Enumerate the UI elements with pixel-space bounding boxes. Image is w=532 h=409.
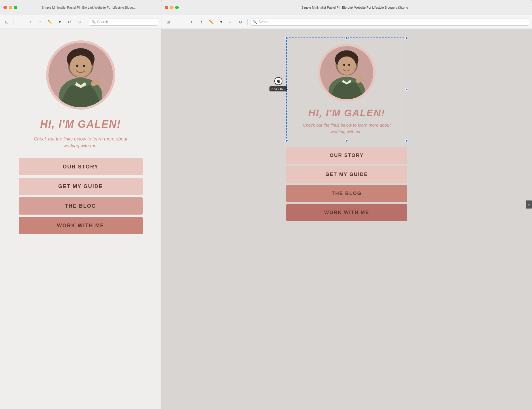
pen-btn-right[interactable]: ✏️ <box>207 18 215 26</box>
search-box-right[interactable]: 🔍 Search <box>250 18 529 26</box>
zoom-out-btn-right[interactable]: − <box>178 18 186 26</box>
share-btn-left[interactable]: ↑ <box>36 18 44 26</box>
main-heading-left: HI, I'M GALEN! <box>40 118 121 130</box>
right-window-title: Simple Minimalist Pastel Pin Bio Link We… <box>181 6 529 9</box>
cursor-icon: ⊕ <box>274 77 282 85</box>
handle-top-right[interactable] <box>405 37 408 40</box>
svg-point-13 <box>348 64 350 66</box>
get-guide-btn-left[interactable]: GET MY GUIDE <box>19 178 143 195</box>
sub-heading-left: Check out the links below to learn more … <box>26 136 135 149</box>
zoom-in-btn-right[interactable]: + <box>188 18 196 26</box>
svg-point-11 <box>337 57 356 75</box>
divider-r1 <box>175 19 175 25</box>
left-window: Simple Minimalist Pastel Pin Bio Link We… <box>0 0 161 409</box>
handle-bottom-right[interactable] <box>405 139 408 142</box>
profile-image-left <box>48 43 113 107</box>
traffic-lights-left <box>3 6 17 9</box>
sub-heading-right: Check out the links below to learn more … <box>301 122 393 135</box>
divider-r2 <box>247 19 248 25</box>
search-icon-left: 🔍 <box>91 20 96 24</box>
minimize-button-left[interactable] <box>9 6 12 9</box>
markup-btn-left[interactable]: ⊙ <box>75 18 83 26</box>
search-icon-right: 🔍 <box>253 20 257 24</box>
svg-point-5 <box>83 65 85 67</box>
selected-element-group[interactable]: ⊕ 873 x 872 HI, I <box>286 37 407 141</box>
zoom-in-btn-left[interactable]: + <box>26 18 34 26</box>
handle-top-left[interactable] <box>285 37 288 40</box>
profile-circle-left <box>46 40 115 110</box>
left-content-area: HI, I'M GALEN! Check out the links below… <box>0 29 161 409</box>
search-placeholder-left: Search <box>97 20 108 24</box>
right-window: Simple Minimalist Pastel Pin Bio Link We… <box>161 0 532 409</box>
divider-1 <box>14 19 14 25</box>
resize-cursor-tooltip: ⊕ 873 x 872 <box>269 77 287 91</box>
search-box-left[interactable]: 🔍 Search <box>89 18 158 26</box>
close-panel-btn[interactable]: ✕ <box>526 200 532 209</box>
pen-dropdown-left[interactable]: ▾ <box>56 18 64 26</box>
svg-point-3 <box>70 55 92 77</box>
divider-2 <box>86 19 86 25</box>
handle-top-center[interactable] <box>345 37 348 40</box>
toolbar-left: ⊞ − + ↑ ✏️ ▾ ↩ ⊙ 🔍 Search <box>0 15 161 29</box>
pen-btn-left[interactable]: ✏️ <box>46 18 54 26</box>
markup-btn-right[interactable]: ⊙ <box>237 18 245 26</box>
pen-dropdown-right[interactable]: ▾ <box>217 18 225 26</box>
main-heading-right: HI, I'M GALEN! <box>308 107 385 119</box>
view-toggle-btn[interactable]: ⊞ <box>3 18 11 26</box>
traffic-lights-right <box>165 6 179 9</box>
left-titlebar: Simple Minimalist Pastel Pin Bio Link We… <box>0 0 161 15</box>
handle-bottom-left[interactable] <box>285 139 288 142</box>
rotate-btn-right[interactable]: ↩ <box>227 18 235 26</box>
maximize-button-left[interactable] <box>14 6 17 9</box>
right-content-area: ⊕ 873 x 872 HI, I <box>161 29 532 409</box>
our-story-btn-left[interactable]: OUR STORY <box>19 158 143 175</box>
close-button-left[interactable] <box>3 6 7 9</box>
right-buttons-container: OUR STORY GET MY GUIDE THE BLOG WORK WIT… <box>286 147 407 221</box>
maximize-button-right[interactable] <box>175 6 179 9</box>
close-button-right[interactable] <box>165 6 168 9</box>
blog-btn-left[interactable]: THE BLOG <box>19 197 143 215</box>
rotate-btn-left[interactable]: ↩ <box>65 18 73 26</box>
handle-bottom-center[interactable] <box>345 139 348 142</box>
toolbar-right: ⊞ − + ↑ ✏️ ▾ ↩ ⊙ 🔍 Search <box>161 15 532 29</box>
person-illustration-right <box>320 45 373 100</box>
get-guide-btn-right[interactable]: GET MY GUIDE <box>286 166 407 183</box>
search-placeholder-right: Search <box>259 20 269 24</box>
person-illustration-left <box>49 43 112 107</box>
our-story-btn-right[interactable]: OUR STORY <box>286 147 407 164</box>
svg-point-12 <box>343 64 345 66</box>
minimize-button-right[interactable] <box>170 6 173 9</box>
share-btn-right[interactable]: ↑ <box>197 18 205 26</box>
size-tooltip: 873 x 872 <box>269 86 287 91</box>
view-toggle-btn-right[interactable]: ⊞ <box>164 18 172 26</box>
left-window-title: Simple Minimalist Pastel Pin Bio Link We… <box>20 6 158 9</box>
profile-circle-right <box>318 44 376 102</box>
right-titlebar: Simple Minimalist Pastel Pin Bio Link We… <box>161 0 532 15</box>
blog-btn-right[interactable]: THE BLOG <box>286 185 407 202</box>
work-btn-right[interactable]: WORK WITH ME <box>286 204 407 221</box>
zoom-out-btn-left[interactable]: − <box>16 18 24 26</box>
work-btn-left[interactable]: WORK WITH ME <box>19 217 143 234</box>
svg-point-4 <box>76 65 78 67</box>
handle-middle-right[interactable] <box>405 88 408 91</box>
